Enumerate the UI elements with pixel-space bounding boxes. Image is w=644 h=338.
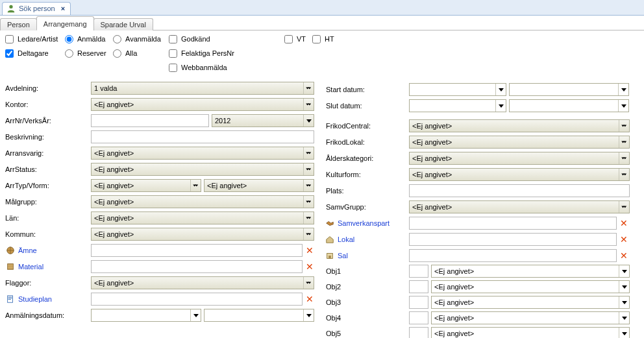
clear-lokal-icon[interactable]: ✕ (619, 234, 628, 245)
document-tab-sokperson[interactable]: Sök person × (2, 2, 71, 15)
drop-kommun[interactable]: <Ej angivet> (91, 228, 314, 241)
chk-ht[interactable]: HT (312, 33, 334, 45)
drop-alderskat[interactable]: <Ej angivet> (409, 152, 630, 165)
date-slut-from[interactable] (409, 99, 506, 112)
chk-ledare[interactable]: Ledare/Artist (5, 33, 62, 45)
drop-avdelning[interactable]: 1 valda (91, 82, 314, 95)
drop-frikodlokal[interactable]: <Ej angivet> (409, 136, 630, 149)
rdo-avanmalda[interactable]: Avanmälda (113, 33, 166, 45)
txt-arrnr[interactable] (91, 114, 209, 127)
txt-beskrivning[interactable] (91, 130, 314, 143)
svg-rect-6 (8, 299, 11, 300)
clear-material-icon[interactable]: ✕ (305, 261, 314, 272)
val-kommun: <Ej angivet> (94, 230, 134, 238)
chk-godkand[interactable]: Godkänd (169, 33, 244, 45)
chk-webbanmalda[interactable]: Webbanmälda (169, 62, 244, 73)
drop-obj1[interactable]: <Ej angivet> (431, 265, 630, 278)
drop-arrstatus[interactable]: <Ej angivet> (91, 163, 314, 176)
txt-lokal[interactable] (409, 233, 617, 246)
lbl-avanmalda: Avanmälda (125, 35, 161, 43)
txt-obj1[interactable] (409, 265, 428, 278)
lbl-webbanmalda: Webbanmälda (181, 64, 227, 71)
date-start-to[interactable] (509, 83, 629, 96)
drop-arransvarig[interactable]: <Ej angivet> (91, 147, 314, 160)
val-arrtyp: <Ej angivet> (94, 182, 134, 189)
chk-deltagare[interactable]: Deltagare (5, 47, 62, 59)
tab-arrangemang[interactable]: Arrangemang (36, 16, 94, 30)
chevron-down-icon (619, 136, 629, 148)
link-amne[interactable]: Ämne (18, 247, 37, 254)
rdo-anmalda[interactable]: Anmälda (65, 33, 110, 45)
lbl-reserver: Reserver (77, 49, 106, 57)
drop-malgrupp[interactable]: <Ej angivet> (91, 195, 314, 208)
txt-obj3[interactable] (409, 296, 428, 309)
rdo-reserver[interactable]: Reserver (65, 47, 110, 59)
clear-studieplan-icon[interactable]: ✕ (305, 294, 314, 304)
clear-samverkanspart-icon[interactable]: ✕ (619, 218, 628, 228)
close-icon[interactable]: × (61, 5, 65, 12)
drop-frikodcentral[interactable]: <Ej angivet> (409, 119, 630, 132)
txt-obj4[interactable] (409, 311, 428, 324)
date-anmdatum-to[interactable] (204, 309, 314, 322)
drop-verksar[interactable]: 2012 (212, 114, 314, 127)
val-arrstatus: <Ej angivet> (94, 165, 134, 173)
drop-samvgrupp[interactable]: <Ej angivet> (409, 200, 630, 213)
chk-vt[interactable]: VT (284, 33, 306, 45)
drop-arrtyp[interactable]: <Ej angivet> (91, 179, 201, 192)
lbl-obj1: Obj1 (325, 267, 409, 275)
form-tab-bar: Person Arrangemang Sparade Urval (0, 16, 644, 30)
drop-vform[interactable]: <Ej angivet> (204, 179, 314, 192)
txt-material[interactable] (91, 260, 303, 273)
lbl-obj3: Obj3 (325, 298, 409, 306)
drop-flaggor[interactable]: <Ej angivet> (91, 276, 314, 289)
chk-felaktiga[interactable]: Felaktiga PersNr (169, 47, 244, 59)
link-studieplan[interactable]: Studieplan (18, 295, 52, 303)
chevron-down-icon (618, 100, 628, 112)
date-start-from[interactable] (409, 83, 506, 96)
date-slut-to[interactable] (509, 99, 629, 112)
lbl-plats: Plats: (325, 187, 409, 195)
chevron-down-icon (303, 163, 314, 175)
lbl-felaktiga: Felaktiga PersNr (181, 49, 234, 57)
date-anmdatum-from[interactable] (91, 309, 201, 322)
tab-person[interactable]: Person (0, 18, 37, 30)
txt-plats[interactable] (409, 184, 630, 197)
lbl-slutdatum: Slut datum: (325, 102, 409, 110)
link-material[interactable]: Material (18, 263, 43, 271)
val-arransvarig: <Ej angivet> (94, 149, 134, 157)
link-lokal[interactable]: Lokal (338, 235, 354, 243)
drop-kulturform[interactable]: <Ej angivet> (409, 168, 630, 181)
link-samverkanspart[interactable]: Samverkanspart (338, 219, 390, 227)
txt-sal[interactable] (409, 249, 617, 262)
drop-kontor[interactable]: <Ej angivet> (91, 98, 314, 111)
txt-obj2[interactable] (409, 280, 428, 293)
chevron-down-icon (190, 180, 201, 191)
link-sal[interactable]: Sal (338, 252, 348, 260)
txt-samverkanspart[interactable] (409, 217, 617, 230)
rdo-alla[interactable]: Alla (113, 47, 166, 59)
svg-rect-4 (8, 296, 12, 297)
lbl-obj5: Obj5 (325, 330, 409, 337)
txt-obj5[interactable] (409, 327, 428, 338)
clear-sal-icon[interactable]: ✕ (619, 250, 628, 261)
val-vform: <Ej angivet> (207, 182, 247, 189)
tab-sparade-urval[interactable]: Sparade Urval (93, 18, 153, 30)
lbl-frikodcentral: FrikodCentral: (325, 122, 409, 130)
drop-lan[interactable]: <Ej angivet> (91, 211, 314, 224)
val-alderskat: <Ej angivet> (412, 154, 452, 162)
lbl-ledare: Ledare/Artist (18, 35, 58, 43)
lbl-arrstatus: ArrStatus: (4, 165, 91, 173)
txt-studieplan[interactable] (91, 293, 303, 306)
drop-obj2[interactable]: <Ej angivet> (431, 280, 630, 293)
drop-obj4[interactable]: <Ej angivet> (431, 311, 630, 324)
drop-obj3[interactable]: <Ej angivet> (431, 296, 630, 309)
txt-amne[interactable] (91, 244, 303, 257)
val-obj1: <Ej angivet> (434, 267, 474, 275)
lbl-kontor: Kontor: (4, 101, 91, 108)
chevron-down-icon (619, 169, 629, 180)
lbl-ht: HT (325, 35, 334, 43)
drop-obj5[interactable]: <Ej angivet> (431, 327, 630, 338)
clear-amne-icon[interactable]: ✕ (305, 245, 314, 256)
lbl-avdelning: Avdelning: (4, 84, 91, 92)
lbl-arrnr: ArrNr/VerksÅr: (4, 117, 91, 125)
